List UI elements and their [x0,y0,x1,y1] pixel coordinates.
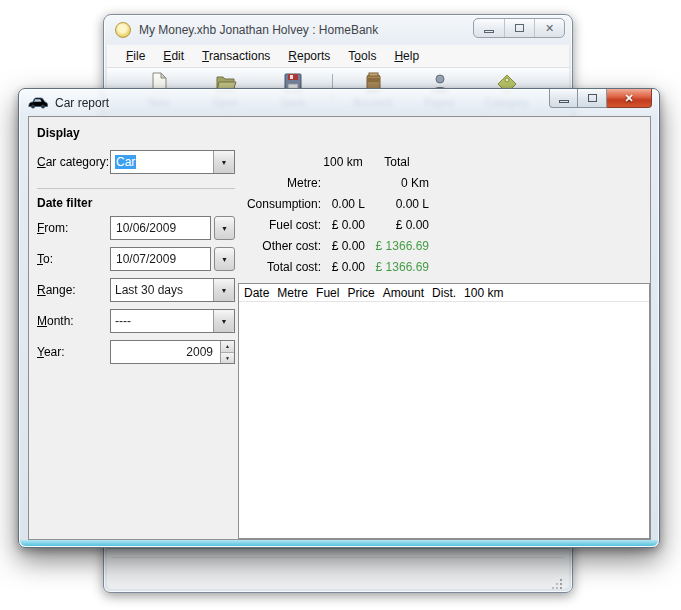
year-label: Year: [37,345,111,359]
statusbar-divider [112,557,564,558]
stats-fuelcost-label: Fuel cost: [179,218,321,232]
dialog-maximize-button[interactable] [578,89,607,108]
display-section-heading: Display [37,126,80,140]
minimize-icon [559,100,569,103]
detail-table-body[interactable] [239,303,649,538]
stats-totalcost-100km: £ 0.00 [321,260,365,274]
stats-consumption-total: 0.00 L [365,197,429,211]
year-spin-down-button[interactable]: ▼ [221,353,234,364]
dialog-minimize-button[interactable] [549,89,578,108]
year-field: 2009 ▲ ▼ [110,340,235,364]
close-button[interactable]: ✕ [534,19,564,37]
close-icon: ✕ [545,23,554,34]
menu-reports[interactable]: Reports [279,46,339,66]
stats-summary: 100 km Total Metre: 0 Km Consumption: 0.… [179,151,429,277]
stats-consumption-100km: 0.00 L [321,197,365,211]
column-header-metre[interactable]: Metre [277,286,308,300]
stats-metre-label: Metre: [179,176,321,190]
main-window-title: My Money.xhb Jonathan Holvey : HomeBank [139,23,378,37]
month-field: ---- ▼ [110,309,235,333]
stats-othercost-100km: £ 0.00 [321,239,365,253]
close-icon: ✕ [624,93,633,104]
dialog-window-controls: ✕ [549,89,652,108]
stats-othercost-total: £ 1366.69 [365,239,429,253]
car-report-dialog: Car report ✕ Display Car category: Car ▼… [18,88,660,548]
year-spinner[interactable]: 2009 ▲ ▼ [110,340,235,364]
minimize-icon [484,30,494,33]
range-dropdown-button[interactable]: ▼ [213,279,234,301]
chevron-down-icon: ▼ [221,287,228,294]
spin-down-icon: ▼ [225,355,230,361]
statusbar [107,548,569,589]
stats-consumption-label: Consumption: [179,197,321,211]
maximize-button[interactable] [504,19,534,37]
range-field: Last 30 days ▼ [110,278,235,302]
stats-col-100km: 100 km [321,155,365,169]
year-spin-up-button[interactable]: ▲ [221,341,234,353]
month-label: Month: [37,314,111,328]
range-label: Range: [37,283,111,297]
chevron-down-icon: ▼ [221,318,228,325]
car-icon [28,97,48,109]
homebank-coin-icon [115,22,131,38]
column-header-amount[interactable]: Amount [383,286,424,300]
month-dropdown-button[interactable]: ▼ [213,310,234,332]
stats-othercost-label: Other cost: [179,239,321,253]
column-header-fuel[interactable]: Fuel [316,286,339,300]
car-category-label: Car category: [37,155,111,169]
menu-edit[interactable]: Edit [154,46,193,66]
stats-totalcost-total: £ 1366.69 [365,260,429,274]
menubar: File Edit Transactions Reports Tools Hel… [107,45,569,68]
detail-table-header: Date Metre Fuel Price Amount Dist. 100 k… [239,284,649,302]
minimize-button[interactable] [474,19,504,37]
car-category-value: Car [115,155,136,169]
stats-metre-total: 0 Km [365,176,429,190]
from-label: From: [37,221,111,235]
main-titlebar[interactable]: My Money.xhb Jonathan Holvey : HomeBank … [104,15,572,45]
dialog-close-button[interactable]: ✕ [607,89,652,108]
resize-grip[interactable] [560,579,562,581]
column-header-dist[interactable]: Dist. [432,286,456,300]
detail-table: Date Metre Fuel Price Amount Dist. 100 k… [238,283,650,539]
dialog-content: Display Car category: Car ▼ Date filter … [28,116,651,540]
column-header-100km[interactable]: 100 km [464,286,503,300]
year-value[interactable]: 2009 [111,341,220,363]
desktop: My Money.xhb Jonathan Holvey : HomeBank … [0,0,681,610]
maximize-icon [515,24,524,32]
range-combobox[interactable]: Last 30 days ▼ [110,278,235,302]
to-label: To: [37,252,111,266]
month-value: ---- [111,310,213,332]
dialog-title: Car report [55,96,109,110]
menu-file[interactable]: File [117,46,154,66]
spin-up-icon: ▲ [225,343,230,349]
stats-col-total: Total [365,155,429,169]
column-header-date[interactable]: Date [244,286,269,300]
stats-totalcost-label: Total cost: [179,260,321,274]
dialog-titlebar[interactable]: Car report ✕ [19,89,659,116]
maximize-icon [588,94,597,102]
date-filter-section-heading: Date filter [37,196,92,210]
column-header-price[interactable]: Price [347,286,374,300]
stats-fuelcost-100km: £ 0.00 [321,218,365,232]
menu-transactions[interactable]: Transactions [193,46,279,66]
menu-tools[interactable]: Tools [339,46,385,66]
menu-help[interactable]: Help [385,46,428,66]
stats-fuelcost-total: £ 0.00 [365,218,429,232]
main-window-controls: ✕ [473,18,565,38]
month-combobox[interactable]: ---- ▼ [110,309,235,333]
range-value: Last 30 days [111,279,213,301]
